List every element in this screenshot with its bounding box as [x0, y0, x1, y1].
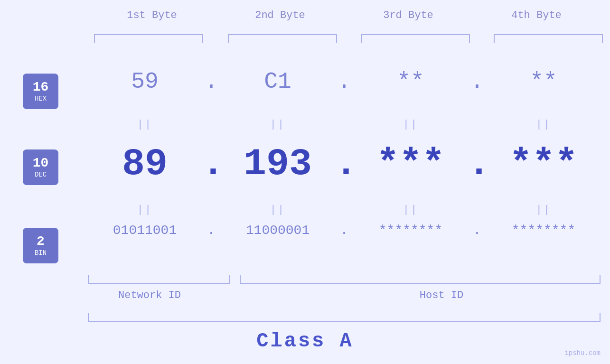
host-bracket: [240, 275, 601, 284]
class-label: Class A: [0, 330, 610, 353]
hex-b1: 59: [88, 69, 202, 94]
equals-dec-bin: || || || ||: [88, 204, 601, 216]
dec-b1: 89: [88, 142, 202, 186]
host-id-label: Host ID: [285, 289, 598, 301]
hex-dot3: .: [468, 69, 487, 94]
bin-row: 01011001 . 11000001 . ******** . *******…: [88, 223, 601, 238]
col3-bracket: [361, 34, 470, 43]
bin-b1: 01011001: [88, 223, 202, 238]
dec-badge-label: DEC: [35, 171, 47, 178]
hex-dot2: .: [335, 69, 354, 94]
eq1: ||: [88, 119, 202, 131]
network-bracket: [88, 275, 230, 284]
bin-b3: ********: [354, 223, 468, 238]
dec-dot2: .: [335, 142, 354, 186]
dec-badge: 10 DEC: [23, 149, 58, 185]
hex-b4: **: [487, 69, 601, 94]
eq2: ||: [221, 119, 335, 131]
hex-dot1: .: [202, 69, 221, 94]
bin-dot1: .: [202, 223, 221, 238]
hex-badge-num: 16: [33, 81, 49, 94]
dec-dot1: .: [202, 142, 221, 186]
hex-badge: 16 HEX: [23, 74, 58, 109]
col4-bracket: [494, 34, 603, 43]
bin-dot3: .: [468, 223, 487, 238]
col2-header: 2nd Byte: [216, 9, 344, 21]
bin-b2: 11000001: [221, 223, 335, 238]
watermark: ipshu.com: [564, 349, 601, 357]
hex-row: 59 . C1 . ** . **: [88, 69, 601, 94]
bin-badge-num: 2: [37, 235, 45, 248]
col3-header: 3rd Byte: [344, 9, 472, 21]
dec-b2: 193: [221, 142, 335, 186]
eq3: ||: [354, 119, 468, 131]
eq7: ||: [354, 204, 468, 216]
eq5: ||: [88, 204, 202, 216]
equals-hex-dec: || || || ||: [88, 119, 601, 131]
dec-b4: ***: [487, 142, 601, 186]
dec-dot3: .: [468, 142, 487, 186]
bin-badge-label: BIN: [35, 249, 47, 257]
hex-badge-label: HEX: [35, 95, 47, 103]
dec-b3: ***: [354, 142, 468, 186]
bin-badge: 2 BIN: [23, 228, 58, 263]
col2-bracket: [228, 34, 337, 43]
class-bracket: [88, 313, 601, 322]
hex-b2: C1: [221, 69, 335, 94]
bin-b4: ********: [487, 223, 601, 238]
dec-row: 89 . 193 . *** . ***: [88, 142, 601, 186]
eq8: ||: [487, 204, 601, 216]
eq4: ||: [487, 119, 601, 131]
hex-b3: **: [354, 69, 468, 94]
col1-header: 1st Byte: [88, 9, 216, 21]
col4-header: 4th Byte: [472, 9, 601, 21]
col1-bracket: [94, 34, 203, 43]
network-host-brackets: [88, 275, 601, 284]
eq6: ||: [221, 204, 335, 216]
network-id-label: Network ID: [88, 289, 211, 301]
bin-dot2: .: [335, 223, 354, 238]
dec-badge-num: 10: [33, 157, 49, 170]
